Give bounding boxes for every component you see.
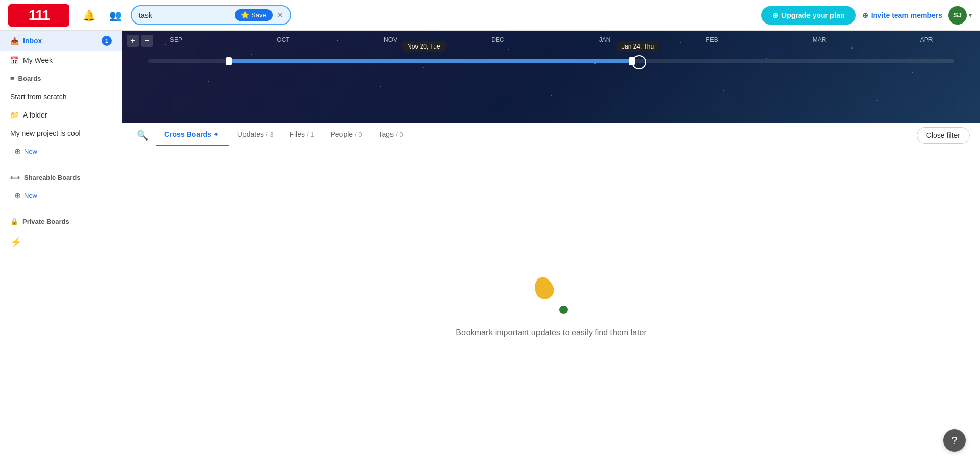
timeline-progress <box>229 59 632 63</box>
timeline-area: + − SEP OCT NOV DEC JAN FEB MAR APR Nov … <box>122 31 980 123</box>
plus-circle-icon-shareable: ⊕ <box>14 191 21 200</box>
lock-icon: 🔒 <box>10 218 18 225</box>
star-icon: ⭐ <box>241 11 249 19</box>
filter-bar: 🔍 Cross Boards ✦ Updates / 3 Files / 1 P… <box>122 123 980 148</box>
bookmark-icon-container <box>531 277 572 318</box>
logo-text: 111 <box>29 7 50 24</box>
boards-new-button[interactable]: ⊕ New <box>4 143 122 160</box>
help-button[interactable]: ? <box>943 429 966 452</box>
timeline-controls: + − <box>127 35 153 47</box>
dot-green <box>559 306 568 314</box>
plus-circle-icon: ⊕ <box>862 11 868 19</box>
save-button[interactable]: ⭐ Save <box>235 9 273 21</box>
logo: 111 <box>8 4 69 27</box>
plus-circle-icon-boards: ⊕ <box>14 147 21 156</box>
sidebar: 📥 Inbox 1 📅 My Week ≡ Boards Start from … <box>0 31 122 466</box>
filter-search-button[interactable]: 🔍 <box>133 126 152 145</box>
lightning-area: ⚡ <box>0 230 122 254</box>
cross-boards-icon: ✦ <box>213 131 219 138</box>
share-icon: ⟺ <box>10 174 20 181</box>
sidebar-item-project[interactable]: My new project is cool <box>0 124 122 143</box>
notifications-button[interactable]: 🔔 <box>80 6 98 25</box>
upgrade-button[interactable]: ⊕ Upgrade your plan <box>761 6 856 25</box>
sidebar-folder-item[interactable]: 📁 A folder <box>0 106 122 124</box>
inbox-badge: 1 <box>102 36 112 46</box>
chevron-down-icon[interactable]: ▾ <box>969 12 972 19</box>
avatar-wrapper[interactable]: SJ ▾ <box>948 6 972 25</box>
month-mar: MAR <box>766 33 873 43</box>
tab-updates[interactable]: Updates / 3 <box>229 124 282 146</box>
avatar[interactable]: SJ <box>948 6 967 25</box>
dot-yellow <box>532 274 557 302</box>
tab-cross-boards[interactable]: Cross Boards ✦ <box>156 124 229 146</box>
content-area: + − SEP OCT NOV DEC JAN FEB MAR APR Nov … <box>122 31 980 466</box>
date-bubble-end: Jan 24, Thu <box>617 41 659 52</box>
empty-content: Bookmark important updates to easily fin… <box>122 148 980 466</box>
tab-files[interactable]: Files / 1 <box>281 124 322 146</box>
folder-icon: 📁 <box>10 111 19 119</box>
tab-tags[interactable]: Tags / 0 <box>371 124 411 146</box>
header-icons: 🔔 👥 <box>80 6 125 25</box>
timeline-months: SEP OCT NOV DEC JAN FEB MAR APR <box>122 31 980 46</box>
sidebar-item-inbox[interactable]: 📥 Inbox 1 <box>0 31 122 51</box>
timeline-zoom-in[interactable]: + <box>127 35 139 47</box>
month-oct: OCT <box>230 33 337 43</box>
main-layout: 📥 Inbox 1 📅 My Week ≡ Boards Start from … <box>0 31 980 466</box>
search-input[interactable] <box>139 11 231 19</box>
shareable-boards-header[interactable]: ⟺ Shareable Boards <box>0 169 122 187</box>
timeline-handle-left[interactable] <box>226 57 232 65</box>
upgrade-icon: ⊕ <box>772 11 778 19</box>
timeline-zoom-out[interactable]: − <box>141 35 153 47</box>
shareable-new-button[interactable]: ⊕ New <box>4 187 122 204</box>
close-search-button[interactable]: ✕ <box>277 10 283 20</box>
timeline-bar-area <box>122 51 980 72</box>
header: 111 🔔 👥 ⭐ Save ✕ ⊕ Upgrade your plan ⊕ I… <box>0 0 980 31</box>
timeline-track[interactable] <box>148 59 954 63</box>
list-icon: ≡ <box>10 75 14 82</box>
calendar-icon: 📅 <box>10 56 19 64</box>
search-bar: ⭐ Save ✕ <box>131 5 291 25</box>
private-boards-header[interactable]: 🔒 Private Boards <box>0 213 122 230</box>
timeline-cursor[interactable] <box>632 55 646 69</box>
sidebar-item-start-from-scratch[interactable]: Start from scratch <box>0 87 122 106</box>
inbox-icon: 📥 <box>10 37 19 45</box>
lightning-icon: ⚡ <box>10 237 21 247</box>
month-apr: APR <box>873 33 980 43</box>
empty-state-message: Bookmark important updates to easily fin… <box>456 328 647 337</box>
people-button[interactable]: 👥 <box>106 6 125 25</box>
invite-button[interactable]: ⊕ Invite team members <box>862 11 942 19</box>
month-dec: DEC <box>444 33 551 43</box>
month-feb: FEB <box>658 33 766 43</box>
tab-people[interactable]: People / 0 <box>322 124 370 146</box>
date-bubble-start: Nov 20, Tue <box>402 41 446 52</box>
sidebar-item-my-week[interactable]: 📅 My Week <box>0 51 122 69</box>
close-filter-button[interactable]: Close filter <box>917 127 970 144</box>
boards-section-header[interactable]: ≡ Boards <box>0 69 122 87</box>
